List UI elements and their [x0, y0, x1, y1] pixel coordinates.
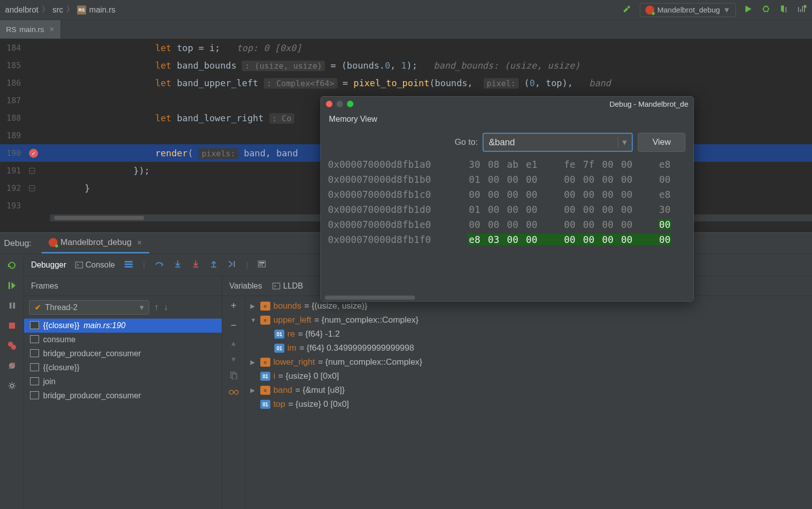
profiler-icon[interactable] — [797, 4, 807, 16]
move-down-icon[interactable]: ▼ — [230, 355, 237, 363]
run-to-cursor-icon[interactable] — [227, 260, 237, 271]
run-icon[interactable] — [744, 5, 753, 15]
frame-item[interactable]: {{closure}} — [24, 361, 222, 375]
console-tab[interactable]: Console — [75, 261, 115, 270]
memory-row[interactable]: 0x000070000d8fb1f0e80300000000000000 — [328, 232, 686, 247]
view-button[interactable]: View — [638, 133, 685, 152]
line-number[interactable]: 188 — [0, 113, 26, 123]
line-number[interactable]: 189 — [0, 131, 26, 140]
variables-label: Variables — [229, 282, 262, 291]
memory-horizontal-scrollbar[interactable] — [321, 294, 693, 301]
breakpoint-hit-icon[interactable]: ✓ — [29, 149, 38, 158]
frame-item[interactable]: join — [24, 375, 222, 389]
expand-icon[interactable]: ▶ — [250, 387, 257, 394]
frame-item[interactable]: bridge_producer_consumer — [24, 389, 222, 403]
stack-frame-icon — [31, 336, 39, 343]
frame-item[interactable]: consume — [24, 333, 222, 347]
thread-selector[interactable]: ✔ Thread-2 ▾ — [29, 300, 149, 315]
variable-row[interactable]: ▼≡ upper_left = {num_complex::Complex} — [245, 313, 812, 327]
fold-marker-icon[interactable]: – — [29, 185, 35, 191]
step-over-icon[interactable] — [154, 260, 164, 271]
prev-frame-icon[interactable]: ↑ — [154, 302, 159, 313]
expand-icon[interactable]: ▶ — [250, 359, 257, 366]
line-number[interactable]: 190 — [0, 148, 26, 158]
memory-row[interactable]: 0x000070000d8fb1e0000000000000000000 — [328, 217, 686, 232]
variable-row[interactable]: ▶≡ band = {&mut [u8]} — [245, 383, 812, 397]
rust-logo-icon — [645, 6, 654, 15]
step-out-icon[interactable] — [209, 260, 218, 271]
maximize-window-icon[interactable] — [347, 101, 353, 107]
remove-watch-icon[interactable]: − — [231, 320, 237, 331]
editor-tab-bar: RS main.rs ✕ — [0, 20, 812, 39]
close-tab-icon[interactable]: ✕ — [49, 26, 55, 33]
variables-toolbar: + − ▲ ▼ — [222, 296, 245, 509]
memory-row[interactable]: 0x000070000d8fb1b0010000000000000000 — [328, 172, 686, 187]
line-number[interactable]: 191 — [0, 166, 26, 175]
line-number[interactable]: 184 — [0, 43, 26, 53]
expand-icon[interactable]: ▶ — [250, 303, 257, 310]
next-frame-icon[interactable]: ↓ — [164, 302, 168, 313]
run-config-selector[interactable]: Mandelbrot_debug ▼ — [640, 3, 736, 17]
line-number[interactable]: 185 — [0, 61, 26, 70]
breadcrumb[interactable]: andelbrot 〉 src 〉 RS main.rs — [5, 5, 116, 15]
build-icon[interactable] — [622, 4, 632, 16]
memory-row[interactable]: 0x000070000d8fb1a03008abe1fe7f0000e8 — [328, 157, 686, 172]
copy-icon[interactable] — [230, 371, 238, 381]
debug-icon[interactable] — [761, 4, 771, 16]
force-step-into-icon[interactable] — [191, 260, 200, 271]
add-watch-icon[interactable]: + — [231, 300, 237, 312]
view-breakpoints-icon[interactable] — [7, 340, 18, 351]
dropdown-icon[interactable]: ▾ — [618, 137, 627, 148]
frame-item[interactable]: {{closure}}main.rs:190 — [24, 319, 222, 333]
evaluate-icon[interactable] — [257, 260, 266, 270]
step-into-icon[interactable] — [173, 260, 182, 271]
svg-rect-5 — [9, 323, 15, 329]
close-window-icon[interactable] — [326, 101, 332, 107]
breadcrumb-item[interactable]: andelbrot — [5, 6, 39, 15]
breadcrumb-item[interactable]: src — [53, 6, 63, 15]
lldb-tab[interactable]: LLDB — [272, 282, 303, 291]
move-up-icon[interactable]: ▲ — [230, 339, 237, 347]
line-number[interactable]: 192 — [0, 183, 26, 193]
variable-row[interactable]: 01 i = {usize} 0 [0x0] — [245, 369, 812, 383]
variable-row[interactable]: 01 im = {f64} 0.34999999999999998 — [245, 341, 812, 355]
variable-row[interactable]: ▶≡ lower_right = {num_complex::Complex} — [245, 355, 812, 369]
memory-grid[interactable]: 0x000070000d8fb1a03008abe1fe7f0000e80x00… — [321, 157, 693, 294]
stack-frame-icon — [31, 378, 39, 385]
debugger-tab[interactable]: Debugger — [31, 261, 66, 270]
settings-icon[interactable] — [7, 380, 18, 391]
frame-item[interactable]: bridge_producer_consumer — [24, 347, 222, 361]
line-number[interactable]: 186 — [0, 78, 26, 88]
variable-row[interactable]: 01 top = {usize} 0 [0x0] — [245, 397, 812, 411]
chevron-down-icon: ▾ — [140, 303, 144, 312]
memory-row[interactable]: 0x000070000d8fb1d0010000000000000030 — [328, 202, 686, 217]
mute-breakpoints-icon[interactable] — [7, 360, 18, 371]
goto-address-input[interactable]: &band ▾ — [483, 133, 633, 152]
editor-tab[interactable]: RS main.rs ✕ — [0, 20, 61, 39]
threads-icon[interactable] — [124, 260, 134, 270]
line-number[interactable]: 187 — [0, 96, 26, 105]
breadcrumb-item[interactable]: main.rs — [89, 6, 115, 15]
rerun-icon[interactable] — [7, 260, 18, 271]
expand-icon[interactable]: ▼ — [250, 317, 257, 324]
variable-row[interactable]: 01 re = {f64} -1.2 — [245, 327, 812, 341]
debug-config-tab[interactable]: Mandelbrot_debug ✕ — [42, 233, 149, 253]
stop-icon[interactable] — [7, 320, 18, 331]
resume-icon[interactable] — [7, 280, 18, 291]
coverage-icon[interactable] — [779, 4, 789, 16]
memory-view-window[interactable]: Debug - Mandelbrot_de Memory View Go to:… — [320, 96, 694, 302]
pause-icon[interactable] — [7, 300, 18, 311]
memory-row[interactable]: 0x000070000d8fb1c00000000000000000e8 — [328, 187, 686, 202]
close-icon[interactable]: ✕ — [137, 239, 142, 246]
run-config-label: Mandelbrot_debug — [657, 6, 720, 14]
thread-name: Thread-2 — [45, 303, 78, 312]
variables-tree[interactable]: ▶≡ bounds = {(usize, usize)}▼≡ upper_lef… — [245, 296, 812, 509]
frames-label: Frames — [31, 282, 58, 291]
fold-marker-icon[interactable]: – — [29, 168, 35, 174]
glasses-icon[interactable] — [228, 389, 239, 397]
svg-point-9 — [11, 384, 14, 387]
line-number[interactable]: 193 — [0, 201, 26, 210]
minimize-window-icon[interactable] — [336, 101, 343, 107]
frames-panel: Frames ✔ Thread-2 ▾ ↑ ↓ {{closure}} — [24, 276, 222, 509]
window-titlebar[interactable]: Debug - Mandelbrot_de — [321, 97, 693, 111]
